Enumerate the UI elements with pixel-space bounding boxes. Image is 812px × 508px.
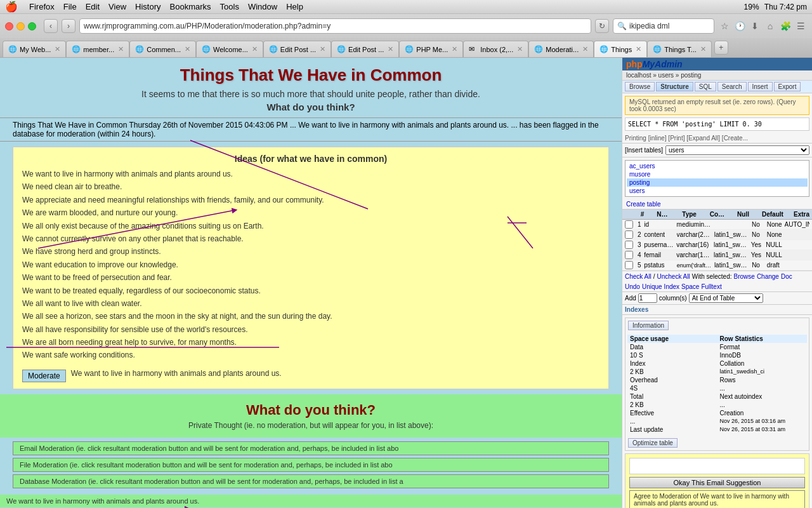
tab-close-1[interactable]: ✕ xyxy=(118,45,124,53)
ideas-list: We want to live in harmony with animals … xyxy=(22,168,599,362)
total-label: Total xyxy=(627,392,717,401)
pma-insert-btn[interactable]: Insert xyxy=(748,82,773,91)
tab-close-5[interactable]: ✕ xyxy=(388,45,393,53)
moderate-button[interactable]: Moderate xyxy=(22,370,66,382)
okay-suggestion-button[interactable]: Okay This Email Suggestion xyxy=(629,477,805,488)
pma-header: phpMyAdmin xyxy=(622,58,812,70)
tab-member[interactable]: 🌐 member... ✕ xyxy=(66,41,129,57)
tab-close-7[interactable]: ✕ xyxy=(517,45,523,53)
row-check-4[interactable] xyxy=(625,251,633,259)
row-check-1[interactable] xyxy=(625,220,633,229)
address-bar[interactable]: www.rjmprogramming.com.au/PHP/Moderation… xyxy=(79,18,591,34)
pma-db-tree: ac_users musore posting users xyxy=(625,160,809,197)
uncheck-all-link[interactable]: Uncheck All xyxy=(657,273,690,280)
tab-editpost2[interactable]: 🌐 Edit Post ... ✕ xyxy=(331,41,399,57)
pma-browse-btn[interactable]: Browse xyxy=(625,82,655,91)
menubar-file[interactable]: File xyxy=(63,2,77,11)
menubar-bookmarks[interactable]: Bookmarks xyxy=(170,2,211,11)
pma-structure-btn[interactable]: Structure xyxy=(656,82,693,91)
menubar-firefox[interactable]: Firefox xyxy=(29,2,55,11)
add-column-position[interactable]: At End of Table At Beginning of Table Af… xyxy=(689,293,763,303)
reload-button[interactable]: ↻ xyxy=(595,19,609,33)
idea-7: We have strong herd and group instincts. xyxy=(22,245,599,258)
tab-favicon-4: 🌐 xyxy=(269,45,278,54)
tab-close-10[interactable]: ✕ xyxy=(700,45,706,53)
history-icon[interactable]: 🕐 xyxy=(733,20,746,32)
col-pstatus-name: pstatus xyxy=(644,262,674,269)
apple-menu[interactable]: 🍎 xyxy=(5,1,18,13)
tab-commen[interactable]: 🌐 Commen... ✕ xyxy=(129,41,196,57)
add-column-count[interactable] xyxy=(638,293,657,303)
tab-close-8[interactable]: ✕ xyxy=(582,45,588,53)
search-icon: 🔍 xyxy=(617,22,627,30)
db-item-ac-users[interactable]: ac_users xyxy=(627,162,808,170)
check-all-link[interactable]: Check All xyxy=(625,273,652,280)
tab-things-active[interactable]: 🌐 Things ✕ xyxy=(594,41,647,57)
data-val: 10 S xyxy=(627,351,717,359)
suggestion-input[interactable] xyxy=(629,458,805,474)
unique-link[interactable]: Unique xyxy=(642,283,662,290)
browse-selected-link[interactable]: Browse xyxy=(734,273,755,280)
index-link[interactable]: Index xyxy=(664,283,679,290)
site-header: Things That We Have in Common It seems t… xyxy=(0,58,622,117)
back-button[interactable]: ‹ xyxy=(44,19,58,33)
db-item-musore[interactable]: musore xyxy=(627,170,808,178)
maximize-button[interactable] xyxy=(28,22,36,30)
tab-editpost1[interactable]: 🌐 Edit Post ... ✕ xyxy=(263,41,331,57)
file-mod-option[interactable]: File Moderation (ie. click resultant mod… xyxy=(13,458,609,472)
tab-favicon-5: 🌐 xyxy=(337,45,346,54)
undo-link[interactable]: Undo xyxy=(625,283,640,290)
row-check-3[interactable] xyxy=(625,241,633,249)
close-button[interactable] xyxy=(5,22,13,30)
db-mod-option[interactable]: Database Moderation (ie. click resultant… xyxy=(13,474,609,488)
menubar-edit[interactable]: Edit xyxy=(86,2,100,11)
pma-search-btn[interactable]: Search xyxy=(717,82,747,91)
menu-icon[interactable]: ☰ xyxy=(794,20,807,32)
menubar-view[interactable]: View xyxy=(108,2,126,11)
minimize-button[interactable] xyxy=(16,22,25,30)
idea-3: We appreciate and need meaningful relati… xyxy=(22,194,599,206)
tab-close-3[interactable]: ✕ xyxy=(252,45,258,53)
creation-label: Creation xyxy=(717,409,808,417)
row-check-2[interactable] xyxy=(625,231,633,239)
pma-sql-btn[interactable]: SQL xyxy=(695,82,716,91)
menubar-help[interactable]: Help xyxy=(286,2,303,11)
bookmark-icon[interactable]: ☆ xyxy=(718,20,731,32)
tab-moderati[interactable]: 🌐 Moderati... ✕ xyxy=(528,41,594,57)
tab-thingst[interactable]: 🌐 Things T... ✕ xyxy=(647,41,712,57)
new-tab-button[interactable]: + xyxy=(714,41,728,55)
tab-inbox[interactable]: ✉ Inbox (2,... ✕ xyxy=(463,41,528,57)
tab-close-4[interactable]: ✕ xyxy=(320,45,325,53)
tab-close-2[interactable]: ✕ xyxy=(185,45,190,53)
fulltext-link[interactable]: Fulltext xyxy=(701,283,721,290)
tab-close-0[interactable]: ✕ xyxy=(55,45,60,53)
pma-export-btn[interactable]: Export xyxy=(774,82,801,91)
tab-myweb[interactable]: 🌐 My Web... ✕ xyxy=(3,41,66,57)
doc-link[interactable]: Doc xyxy=(781,273,792,280)
indexes-toggle[interactable]: Indexes xyxy=(622,305,812,315)
tab-welcome[interactable]: 🌐 Welcome... ✕ xyxy=(196,41,263,57)
tab-close-6[interactable]: ✕ xyxy=(452,45,457,53)
email-mod-option[interactable]: Email Moderation (ie. click resultant mo… xyxy=(13,441,609,455)
information-button[interactable]: Information xyxy=(628,321,669,330)
home-icon[interactable]: ⌂ xyxy=(764,20,776,32)
change-selected-link[interactable]: Change xyxy=(757,273,779,280)
pma-breadcrumb: localhost » users » posting xyxy=(622,70,812,81)
pma-db-dropdown[interactable]: users xyxy=(665,145,809,155)
col-femail-coll: latin1_swedish_ci xyxy=(714,251,749,258)
create-table-link[interactable]: Create table xyxy=(622,199,812,210)
tab-close-9[interactable]: ✕ xyxy=(636,45,641,53)
db-item-posting[interactable]: posting xyxy=(627,178,808,187)
forward-button[interactable]: › xyxy=(62,19,75,33)
menubar-tools[interactable]: Tools xyxy=(220,2,239,11)
row-check-5[interactable] xyxy=(625,261,633,269)
search-bar[interactable]: 🔍 ikipedia dml xyxy=(613,18,714,34)
tab-phpme[interactable]: 🌐 PHP Me... ✕ xyxy=(399,41,463,57)
menubar-window[interactable]: Window xyxy=(248,2,277,11)
extensions-icon[interactable]: 🧩 xyxy=(779,20,792,32)
space-link[interactable]: Space xyxy=(681,283,699,290)
download-icon[interactable]: ⬇ xyxy=(749,20,761,32)
db-item-users[interactable]: users xyxy=(627,187,808,195)
optimize-table-button[interactable]: Optimize table xyxy=(628,438,678,448)
menubar-history[interactable]: History xyxy=(135,2,160,11)
